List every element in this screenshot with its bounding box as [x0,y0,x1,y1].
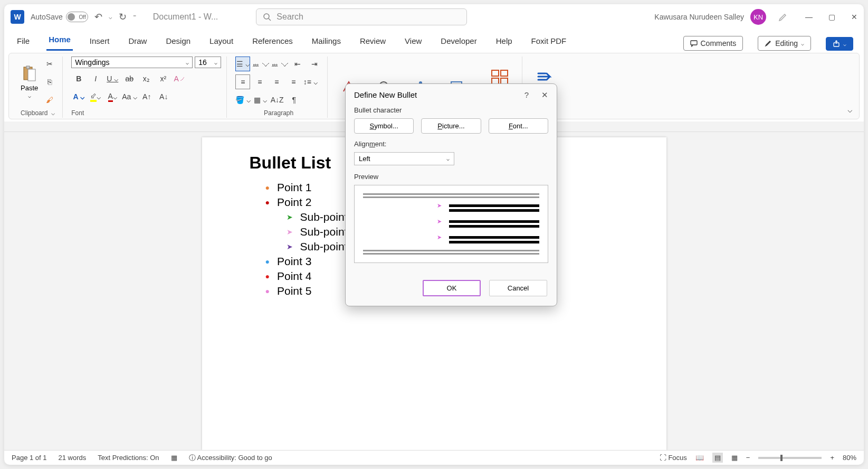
svg-rect-14 [492,78,499,84]
font-label: Font [71,107,221,118]
shrink-font-button[interactable]: A↓ [156,89,171,104]
tab-references[interactable]: References [250,33,295,51]
user-avatar[interactable]: KN [750,9,766,25]
page-status[interactable]: Page 1 of 1 [12,454,47,462]
font-button[interactable]: Font... [489,118,548,134]
bold-button[interactable]: B [71,71,86,86]
show-marks-button[interactable]: ¶ [287,92,301,107]
collapse-ribbon-button[interactable]: ⌵ [847,105,853,115]
redo-button[interactable]: ↻ [119,11,127,23]
grow-font-button[interactable]: A↑ [139,89,154,104]
copy-button[interactable]: ⎘ [42,74,57,89]
tab-foxit[interactable]: Foxit PDF [529,33,569,51]
tab-review[interactable]: Review [358,33,388,51]
justify-button[interactable]: ≡ [286,74,301,89]
accessibility-status[interactable]: ⓘ Accessibility: Good to go [189,453,272,463]
web-layout-icon[interactable]: ▦ [731,454,738,462]
font-size-selector[interactable]: 16⌵ [195,57,221,68]
tab-help[interactable]: Help [494,33,514,51]
close-button[interactable]: ✕ [851,13,857,21]
font-color-button[interactable]: A ⌵ [105,89,120,104]
maximize-button[interactable]: ▢ [828,13,835,21]
word-count[interactable]: 21 words [59,454,87,462]
tab-layout[interactable]: Layout [207,33,235,51]
strike-button[interactable]: ab [122,71,137,86]
undo-button[interactable]: ↶ [94,11,102,23]
cancel-button[interactable]: Cancel [489,280,547,296]
minimize-button[interactable]: — [805,13,813,21]
clear-format-button[interactable]: A⟋ [173,71,187,86]
document-title: Document1 - W... [153,12,218,22]
search-input[interactable]: Search [256,8,467,25]
alignment-select[interactable]: Left ⌵ [354,152,454,165]
bullets-button[interactable]: ☰ ⌵ [235,57,250,71]
change-case-button[interactable]: Aa ⌵ [122,89,137,104]
focus-mode[interactable]: ⛶ Focus [660,454,687,462]
user-name[interactable]: Kawusara Nurudeen Salley [654,13,744,21]
underline-button[interactable]: U ⌵ [105,71,120,86]
format-painter-button[interactable]: 🖌 [42,92,57,107]
editing-mode-button[interactable]: Editing ⌵ [758,36,811,51]
paste-button[interactable]: Paste ⌵ [18,63,40,101]
ribbon-tabs: File Home Insert Draw Design Layout Refe… [4,30,864,51]
dialog-close-button[interactable]: ✕ [541,90,548,100]
autosave-toggle[interactable]: AutoSave Off [31,12,88,22]
macro-icon[interactable]: ▦ [171,454,177,462]
shading-button[interactable]: 🪣 ⌵ [235,92,251,107]
symbol-button[interactable]: Symbol... [354,118,414,134]
share-button[interactable]: ⌵ [826,37,853,51]
tab-design[interactable]: Design [164,33,193,51]
highlight-button[interactable]: ⬃ ⌵ [88,89,103,104]
decrease-indent-button[interactable]: ⇤ [290,57,305,71]
comment-icon [690,40,698,47]
customize-qat[interactable]: ⁼ [133,13,136,21]
ok-button[interactable]: OK [423,280,481,296]
picture-button[interactable]: Picture... [421,118,481,134]
superscript-button[interactable]: x² [156,71,170,86]
tab-developer[interactable]: Developer [438,33,479,51]
multilevel-button[interactable]: ⅏ ⌵ [271,57,288,71]
undo-dropdown[interactable]: ⌵ [109,14,112,21]
sort-button[interactable]: A↓Z [270,92,284,107]
tab-insert[interactable]: Insert [88,33,112,51]
svg-rect-15 [501,78,508,84]
zoom-slider[interactable] [758,457,822,459]
cut-button[interactable]: ✂ [42,57,57,71]
toggle-switch[interactable]: Off [66,12,88,22]
define-bullet-dialog: Define New Bullet ? ✕ Bullet character S… [345,83,557,306]
text-predictions[interactable]: Text Predictions: On [98,454,159,462]
line-spacing-button[interactable]: ↕≡ ⌵ [303,74,318,89]
print-layout-icon[interactable]: ▤ [712,453,723,463]
subscript-button[interactable]: x₂ [139,71,154,86]
text-effects-button[interactable]: A ⌵ [71,89,86,104]
numbering-button[interactable]: ⅏ ⌵ [252,57,269,71]
bullet-icon: ● [265,198,270,207]
align-right-button[interactable]: ≡ [269,74,284,89]
bullet-icon: ● [265,183,270,192]
help-button[interactable]: ? [524,90,529,100]
zoom-level[interactable]: 80% [843,454,856,462]
font-name-selector[interactable]: Wingdings⌵ [71,57,193,68]
read-mode-icon[interactable]: 📖 [695,454,704,462]
align-left-button[interactable]: ≡ [235,74,250,89]
svg-rect-5 [28,69,35,81]
tab-view[interactable]: View [403,33,424,51]
increase-indent-button[interactable]: ⇥ [307,57,322,71]
zoom-out-button[interactable]: − [746,454,750,462]
vertical-ruler[interactable] [6,132,17,450]
italic-button[interactable]: I [88,71,103,86]
arrow-bullet-icon: ➤ [287,213,293,221]
svg-rect-2 [691,41,697,45]
zoom-in-button[interactable]: + [830,454,834,462]
autosave-label: AutoSave [31,13,63,21]
pen-icon[interactable] [778,12,788,22]
tab-mailings[interactable]: Mailings [310,33,343,51]
tab-home[interactable]: Home [46,32,73,51]
borders-button[interactable]: ▦ ⌵ [253,92,268,107]
align-center-button[interactable]: ≡ [252,74,267,89]
tab-draw[interactable]: Draw [126,33,149,51]
dialog-title: Define New Bullet [354,90,417,100]
tab-file[interactable]: File [15,33,32,51]
share-icon [833,40,840,48]
comments-button[interactable]: Comments [683,36,743,51]
